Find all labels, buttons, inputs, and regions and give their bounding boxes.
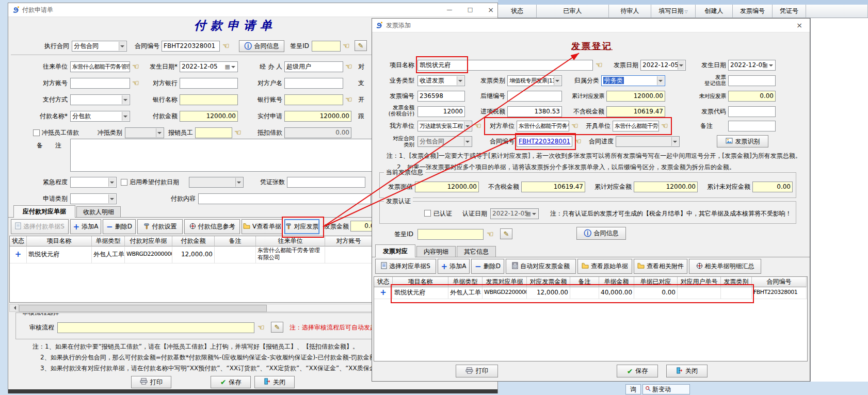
col-remark[interactable]: 备注 bbox=[215, 236, 256, 246]
auto-match-button[interactable]: 自动对应发票金额 bbox=[506, 259, 576, 274]
close-icon[interactable]: × bbox=[486, 6, 496, 14]
remark-textarea[interactable] bbox=[70, 139, 373, 172]
remark-field[interactable] bbox=[728, 121, 776, 131]
offset-loan-checkbox[interactable] bbox=[33, 129, 40, 136]
row-expand-toggle[interactable]: + bbox=[374, 287, 393, 299]
hand-picker-icon[interactable]: ☜ bbox=[574, 136, 584, 147]
exec-contract-select[interactable]: 分包合同 bbox=[72, 41, 127, 52]
col-doc-type[interactable]: 单据类型 bbox=[448, 277, 483, 287]
pay-method-select[interactable] bbox=[70, 94, 130, 105]
payment-grid-row[interactable]: + 凯悦状元府 外包人工单 WBRGD220000009 12,000.00 东… bbox=[10, 246, 373, 264]
contract-info-button[interactable]: ⓘ 合同信息 bbox=[239, 40, 284, 52]
scroll-left-button[interactable] bbox=[10, 304, 19, 311]
hand-picker-icon[interactable]: ☜ bbox=[345, 94, 355, 105]
list-col-status[interactable]: 状态 bbox=[498, 5, 537, 18]
print-button[interactable]: 打印 bbox=[131, 376, 171, 388]
col-status[interactable]: 状态 bbox=[374, 277, 393, 287]
col-doc-amount[interactable]: 单据金额 bbox=[599, 277, 634, 287]
approval-flow-field[interactable] bbox=[57, 322, 254, 333]
list-col-pending-by[interactable]: 待审人 bbox=[609, 5, 651, 18]
input-tax-field[interactable]: 1380.53 bbox=[507, 106, 562, 117]
reimburse-staff-field[interactable] bbox=[195, 127, 232, 138]
other-bank-field[interactable] bbox=[180, 78, 238, 89]
hand-picker-icon[interactable]: ☜ bbox=[596, 60, 605, 71]
view-attachment-button[interactable]: 查看相关附件 bbox=[634, 259, 687, 274]
invoice-no-field[interactable]: 236598 bbox=[417, 91, 465, 102]
occur-date-field[interactable]: 2022-12-05 bbox=[180, 61, 238, 72]
pay-content-field[interactable] bbox=[198, 193, 371, 204]
invoice-grid-row[interactable]: + 凯悦状元府 外包人工单 WBRGD220000009 12,000.00 4… bbox=[374, 287, 807, 299]
other-unit-field[interactable]: 东营什么都能干劳务管理 bbox=[517, 121, 569, 131]
list-col-voucher-no[interactable]: 凭证号 bbox=[773, 5, 806, 18]
project-name-field[interactable]: 凯悦状元府 bbox=[417, 60, 593, 71]
bank-name-field[interactable] bbox=[180, 94, 238, 105]
view-original-button[interactable]: 查看原始单据 bbox=[577, 259, 632, 274]
tab-payable-docs[interactable]: 应付款对应单据 bbox=[13, 205, 75, 218]
print-button[interactable]: 打印 bbox=[456, 365, 498, 377]
invoice-code-field[interactable] bbox=[728, 106, 776, 117]
list-col-creator[interactable]: 创建人 bbox=[696, 5, 733, 18]
hand-picker-icon[interactable]: ☜ bbox=[258, 322, 267, 333]
delete-button[interactable]: − 删除D bbox=[103, 219, 136, 234]
hand-picker-icon[interactable]: ☜ bbox=[487, 229, 496, 240]
col-match-doc[interactable]: 付款对应单据 bbox=[125, 236, 172, 246]
invoice-amount-field[interactable]: 12000 bbox=[417, 106, 465, 117]
other-account-field[interactable] bbox=[70, 78, 130, 89]
voucher-count-field[interactable] bbox=[287, 177, 365, 188]
hand-picker-icon[interactable]: ☜ bbox=[345, 61, 355, 72]
list-col-fill-date[interactable]: 填写日期▽ bbox=[651, 5, 696, 18]
select-payment-doc-button[interactable]: 选择付款单据S bbox=[11, 219, 69, 234]
bank-account-field[interactable] bbox=[284, 94, 343, 105]
tab-payee-detail[interactable]: 收款人明细 bbox=[76, 206, 121, 218]
contract-no-field[interactable]: FBHT220328001 bbox=[517, 136, 572, 147]
pay-amount-field[interactable]: 12000.00 bbox=[180, 111, 238, 122]
col-project[interactable]: 项目名称 bbox=[393, 277, 448, 287]
hope-date-checkbox[interactable] bbox=[121, 179, 127, 186]
col-status[interactable]: 状态 bbox=[10, 236, 27, 246]
handler-field[interactable]: 超级用户 bbox=[284, 61, 343, 72]
hand-picker-icon[interactable]: ☜ bbox=[132, 61, 141, 72]
request-type-select[interactable] bbox=[70, 193, 117, 204]
hand-picker-icon[interactable]: ☜ bbox=[661, 121, 670, 131]
our-unit-select[interactable]: 万达建筑安装工程 bbox=[417, 121, 472, 131]
col-unit[interactable]: 往来单位 bbox=[256, 236, 325, 246]
add-button[interactable]: + 添加A bbox=[438, 259, 470, 274]
hand-picker-icon[interactable]: ☜ bbox=[474, 121, 484, 131]
view-doc-button[interactable]: V查看单据 bbox=[242, 219, 283, 234]
other-name-field[interactable] bbox=[284, 78, 343, 89]
actual-request-field[interactable]: 12000.00 bbox=[284, 111, 351, 122]
delete-button[interactable]: − 删除D bbox=[471, 259, 504, 274]
save-button[interactable]: ✔ 保存 bbox=[617, 365, 658, 377]
h-scrollbar[interactable] bbox=[9, 304, 373, 312]
tab-content-detail[interactable]: 内容明细 bbox=[416, 246, 456, 257]
pay-name-select[interactable]: 分包款 bbox=[70, 111, 130, 122]
category-select[interactable]: 劳务类 bbox=[601, 75, 665, 86]
invoice-date-select[interactable]: 2022-12-05 bbox=[640, 60, 686, 71]
sign-id-field[interactable] bbox=[312, 41, 341, 52]
bottom-tab-query[interactable]: 询 bbox=[625, 384, 641, 394]
row-expand-toggle[interactable]: + bbox=[10, 246, 27, 263]
contract-no-field[interactable]: FBHT220328001 bbox=[162, 41, 220, 52]
close-button[interactable]: 关闭 bbox=[666, 365, 708, 377]
col-doc-type[interactable]: 单据类型 bbox=[92, 236, 125, 246]
tab-other-info[interactable]: 其它信息 bbox=[457, 246, 496, 257]
col-user-doc[interactable]: 对应用户单号 bbox=[678, 277, 721, 287]
pencil-edit-button[interactable]: ✎ bbox=[355, 40, 367, 51]
add-button[interactable]: + 添加A bbox=[70, 219, 101, 234]
list-col-invoice-no[interactable]: 发票编号 bbox=[733, 5, 773, 18]
hand-picker-icon[interactable]: ☜ bbox=[343, 41, 352, 52]
col-pay-amount[interactable]: 付款金额 bbox=[172, 236, 215, 246]
list-col-approved-by[interactable]: 已审人 bbox=[537, 5, 609, 18]
save-button[interactable]: ✔ 保存 bbox=[211, 376, 251, 388]
minimize-icon[interactable]: — bbox=[444, 6, 455, 14]
contract-no-link[interactable]: FBHT220328001 bbox=[519, 138, 570, 145]
col-doc-matched[interactable]: 单据已对应 bbox=[634, 277, 678, 287]
tab-invoice-match[interactable]: 发票对应 bbox=[375, 244, 415, 257]
col-invoice-type[interactable]: 发票类别 bbox=[721, 277, 752, 287]
col-project[interactable]: 项目名称 bbox=[27, 236, 92, 246]
pencil-edit-button[interactable]: ✎ bbox=[271, 322, 283, 333]
occur-date-field[interactable]: 2022-12-05 bbox=[728, 60, 776, 71]
pencil-edit-button[interactable]: ✎ bbox=[500, 228, 512, 239]
scroll-thumb[interactable] bbox=[19, 305, 267, 312]
related-summary-button[interactable]: 相关单据明细汇总 bbox=[689, 259, 761, 274]
